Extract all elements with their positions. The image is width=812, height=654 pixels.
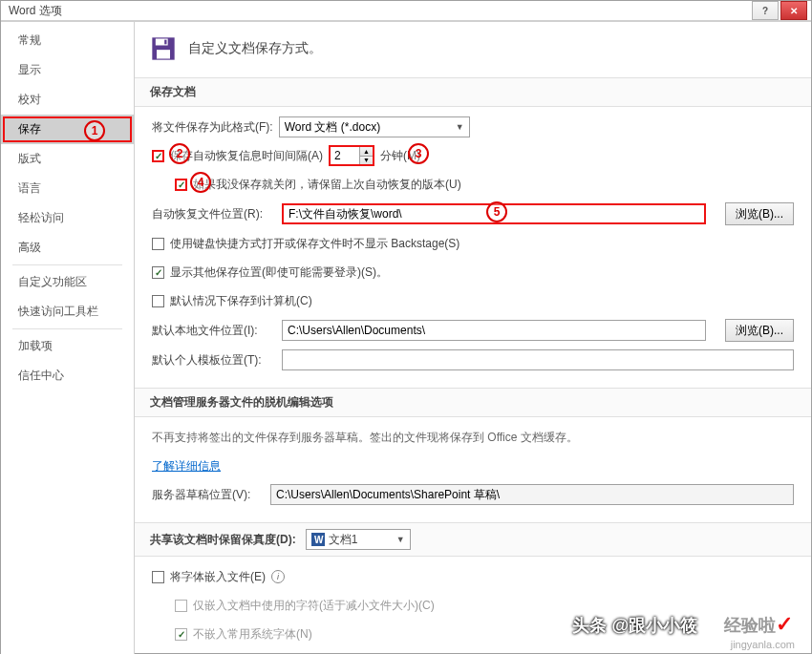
embed-fonts-checkbox[interactable]: [152, 571, 164, 583]
format-value: Word 文档 (*.docx): [285, 119, 380, 136]
share-doc-name: 文档1: [329, 532, 358, 548]
sidebar-item-12[interactable]: 加载项: [1, 331, 134, 361]
draft-loc-field: [270, 484, 794, 505]
autorecover-value: 2: [334, 149, 341, 162]
show-other-checkbox[interactable]: [152, 266, 164, 279]
autorecover-loc-label: 自动恢复文件位置(R):: [152, 206, 276, 222]
minutes-label: 分钟(M): [380, 148, 420, 164]
sidebar-item-4[interactable]: 版式: [1, 144, 134, 174]
keep-last-checkbox[interactable]: [175, 179, 187, 191]
browse-default-button[interactable]: 浏览(B)...: [725, 319, 794, 342]
spin-down[interactable]: ▼: [359, 157, 373, 165]
save-local-label: 默认情况下保存到计算机(C): [170, 293, 312, 309]
svg-rect-2: [157, 50, 170, 58]
help-button[interactable]: ?: [752, 1, 779, 20]
chevron-down-icon: ▼: [456, 122, 464, 132]
autorecover-loc-field[interactable]: [282, 203, 706, 224]
save-icon: [150, 35, 177, 62]
sidebar-item-13[interactable]: 信任中心: [1, 361, 134, 390]
sidebar-item-3[interactable]: 保存: [1, 115, 134, 144]
sidebar-item-6[interactable]: 轻松访问: [1, 203, 134, 233]
template-loc-label: 默认个人模板位置(T):: [152, 352, 276, 369]
sidebar-item-7[interactable]: 高级: [1, 233, 134, 263]
section-save-title: 保存文档: [135, 77, 811, 107]
header-title: 自定义文档保存方式。: [188, 40, 322, 57]
autorecover-label: 保存自动恢复信息时间间隔(A): [170, 148, 323, 164]
autorecover-checkbox[interactable]: [152, 150, 164, 162]
no-sys-fonts-checkbox: [175, 628, 187, 641]
default-loc-label: 默认本地文件位置(I):: [152, 323, 276, 339]
chevron-down-icon: ▼: [396, 535, 405, 544]
no-sys-fonts-label: 不嵌入常用系统字体(N): [193, 626, 312, 643]
sidebar-item-0[interactable]: 常规: [1, 26, 134, 55]
section-server-title: 文档管理服务器文件的脱机编辑选项: [135, 388, 811, 417]
save-local-checkbox[interactable]: [152, 295, 164, 307]
format-label: 将文件保存为此格式(F):: [152, 119, 273, 136]
browse-autorecover-button[interactable]: 浏览(B)...: [725, 202, 794, 225]
default-loc-field[interactable]: [282, 320, 706, 341]
sidebar-item-10[interactable]: 快速访问工具栏: [1, 297, 134, 327]
window-title: Word 选项: [5, 3, 750, 19]
word-doc-icon: W: [311, 533, 325, 546]
template-loc-field[interactable]: [282, 349, 794, 370]
info-icon[interactable]: i: [271, 570, 285, 583]
sidebar: 常规显示校对保存版式语言轻松访问高级自定义功能区快速访问工具栏加载项信任中心: [1, 22, 135, 654]
embed-used-label: 仅嵌入文档中使用的字符(适于减小文件大小)(C): [193, 598, 435, 614]
sidebar-item-5[interactable]: 语言: [1, 174, 134, 203]
sidebar-item-1[interactable]: 显示: [1, 55, 134, 85]
embed-fonts-label: 将字体嵌入文件(E): [170, 569, 266, 585]
svg-rect-3: [164, 40, 166, 45]
server-note: 不再支持将签出的文件保存到服务器草稿。签出的文件现将保存到 Office 文档缓…: [152, 430, 578, 446]
show-other-label: 显示其他保存位置(即使可能需要登录)(S)。: [170, 264, 388, 281]
sidebar-item-2[interactable]: 校对: [1, 85, 134, 115]
draft-loc-label: 服务器草稿位置(V):: [152, 487, 265, 503]
keep-last-label: 如果我没保存就关闭，请保留上次自动恢复的版本(U): [193, 177, 461, 193]
backstage-label: 使用键盘快捷方式打开或保存文件时不显示 Backstage(S): [170, 236, 459, 252]
format-combo[interactable]: Word 文档 (*.docx) ▼: [279, 116, 470, 137]
learn-more-link[interactable]: 了解详细信息: [152, 458, 221, 475]
spin-up[interactable]: ▲: [359, 147, 373, 157]
close-button[interactable]: ✕: [780, 1, 807, 20]
svg-text:W: W: [314, 535, 324, 545]
share-doc-combo[interactable]: W文档1 ▼: [306, 529, 411, 550]
backstage-checkbox[interactable]: [152, 238, 164, 250]
section-share-title: 共享该文档时保留保真度(D):: [150, 532, 296, 548]
embed-used-checkbox: [175, 600, 187, 612]
autorecover-minutes-spinner[interactable]: 2 ▲▼: [329, 145, 374, 166]
sidebar-item-9[interactable]: 自定义功能区: [1, 267, 134, 297]
